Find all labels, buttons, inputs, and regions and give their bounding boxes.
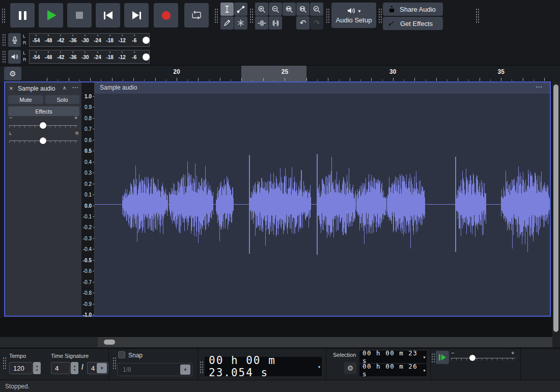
meter-volume-thumb[interactable] (143, 37, 150, 44)
track-title[interactable]: Sample audio (18, 85, 55, 92)
play-speed-grip[interactable] (431, 353, 435, 363)
stepper-up-icon[interactable]: ▴ (74, 364, 76, 368)
skip-to-start-button[interactable] (96, 3, 120, 27)
effects-button[interactable]: Effects (8, 106, 79, 116)
pan-slider-thumb[interactable] (40, 137, 46, 144)
horizontal-scrollbar-thumb[interactable] (104, 340, 115, 345)
time-display-grip[interactable] (200, 361, 204, 374)
time-signature-lower-select[interactable]: 4 ▾ (87, 362, 108, 374)
stepper-up-icon[interactable]: ▴ (36, 364, 38, 368)
horizontal-scrollbar[interactable] (98, 337, 552, 347)
meter-volume-thumb[interactable] (143, 53, 150, 61)
multi-tool-button[interactable] (234, 16, 247, 30)
zoom-in-button[interactable] (255, 3, 268, 16)
undo-button[interactable]: ↶ (296, 16, 310, 30)
vruler-label: -0.4 (83, 246, 92, 252)
tempo-value: 120 (13, 365, 24, 372)
playback-meter-channel-r: R (23, 58, 26, 62)
timeline-ruler[interactable]: 20253035 ⚙ (0, 65, 560, 81)
snap-mode-select[interactable]: 1/8 ▾ (117, 363, 192, 376)
bottom-toolbar: Tempo 120 ▴ ▾ Time Signature 4 ▴ ▾ / 4 ▾… (0, 348, 560, 380)
gain-slider-thumb[interactable] (40, 122, 46, 129)
playback-meter-toolbar: L R -54-48-42-36-30-24-18-12-60 (0, 49, 153, 65)
mute-button[interactable]: Mute (8, 95, 43, 104)
snap-toolbar-grip[interactable] (113, 357, 117, 370)
snap-checkbox[interactable] (118, 351, 125, 358)
tempo-stepper[interactable]: ▴ ▾ (33, 362, 41, 374)
pause-button[interactable] (10, 3, 35, 27)
envelope-tool-button[interactable] (234, 3, 247, 16)
db-label: -12 (118, 38, 125, 43)
trim-audio-icon (258, 19, 266, 27)
track-clip-header[interactable]: Sample audio ⋯ (95, 82, 550, 94)
tools-toolbar-grip[interactable] (214, 8, 218, 23)
transport-toolbar-grip[interactable] (2, 8, 6, 23)
caret-down-icon[interactable]: ▾ (423, 368, 427, 373)
pan-left-label: L (9, 131, 12, 136)
playback-meter-grip[interactable] (2, 50, 6, 63)
recording-meter-grip[interactable] (2, 34, 6, 46)
stepper-down-icon[interactable]: ▾ (74, 368, 76, 372)
play-button[interactable] (39, 3, 63, 27)
recording-meter-scale[interactable]: -54-48-42-36-30-24-18-12-60 (29, 33, 150, 47)
zoom-out-button[interactable] (269, 3, 282, 16)
selection-tool-button[interactable] (220, 3, 234, 16)
time-toolbar-grip[interactable] (3, 357, 7, 370)
share-audio-button[interactable]: Share Audio (383, 3, 443, 16)
time-signature-upper-input[interactable]: 4 (51, 362, 70, 374)
get-effects-button[interactable]: Get Effects (383, 17, 443, 30)
selection-end-display[interactable]: 00 h 00 m 26 s ▾ (359, 364, 427, 376)
caret-down-icon[interactable]: ▾ (318, 364, 322, 370)
playback-meter-speaker-button[interactable] (8, 50, 21, 64)
tempo-input[interactable]: 120 (9, 362, 33, 374)
stepper-down-icon[interactable]: ▾ (36, 368, 38, 372)
redo-button[interactable]: ↷ (310, 16, 323, 30)
db-tick (85, 35, 86, 36)
time-signature-stepper[interactable]: ▴ ▾ (71, 362, 78, 374)
dropdown-icon[interactable]: ▾ (180, 365, 190, 375)
audio-setup-grip[interactable] (326, 8, 330, 23)
dropdown-icon[interactable]: ▾ (97, 363, 107, 373)
audio-position-display[interactable]: 00 h 00 m 23.054 s ▾ (205, 357, 322, 376)
draw-tool-button[interactable] (220, 16, 234, 30)
track-menu-icon[interactable]: ⋯ (72, 83, 78, 91)
ruler-time-label: 25 (282, 68, 288, 75)
clip-menu-icon[interactable]: ⋯ (536, 82, 543, 91)
collapse-track-icon[interactable]: ∧ (63, 85, 66, 91)
fit-selection-button[interactable] (283, 3, 296, 16)
zoom-toggle-button[interactable] (310, 3, 323, 16)
edit-toolbar-grip[interactable] (249, 8, 254, 23)
close-track-icon[interactable]: × (9, 85, 13, 92)
vertical-scrollbar-thumb[interactable] (553, 85, 558, 332)
trim-audio-button[interactable] (255, 16, 268, 30)
playback-meter-scale[interactable]: -54-48-42-36-30-24-18-12-60 (29, 50, 150, 64)
play-at-speed-button[interactable] (436, 351, 449, 364)
multi-tool-icon (237, 19, 245, 27)
vertical-scale-ruler[interactable]: 1.00.90.80.70.60.50.40.30.20.10.0-0.1-0.… (81, 82, 95, 316)
spare-toolbar-grip[interactable] (475, 8, 480, 23)
record-button[interactable] (154, 3, 178, 27)
selection-options-button[interactable]: ⚙ (344, 362, 356, 374)
speaker-icon (347, 7, 356, 15)
timeline-options-button[interactable]: ⚙ (4, 67, 21, 80)
db-tick (73, 51, 73, 53)
selection-start-display[interactable]: 00 h 00 m 23 s ▾ (359, 351, 427, 363)
waveform-area[interactable] (95, 94, 550, 316)
ruler-time-label: 20 (173, 68, 180, 75)
fit-project-button[interactable] (296, 3, 310, 16)
recording-meter-mic-button[interactable] (8, 33, 21, 47)
skip-to-end-button[interactable] (124, 3, 149, 27)
effects-label: Effects (35, 108, 52, 115)
loop-button[interactable] (184, 3, 209, 27)
db-tick (61, 51, 61, 53)
audio-setup-button[interactable]: ▾ Audio Setup (331, 3, 376, 28)
vertical-scrollbar[interactable] (552, 81, 560, 347)
db-tick (48, 35, 49, 36)
share-toolbar-grip[interactable] (378, 8, 382, 23)
silence-audio-button[interactable] (269, 16, 282, 30)
play-speed-slider-thumb[interactable] (469, 355, 475, 361)
solo-button[interactable]: Solo (45, 95, 79, 104)
ruler-tick (350, 78, 350, 81)
stop-button[interactable] (67, 3, 92, 27)
caret-down-icon[interactable]: ▾ (423, 354, 427, 360)
